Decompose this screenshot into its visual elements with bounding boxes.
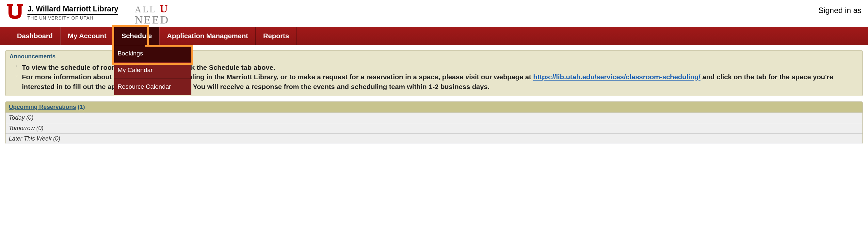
reservations-header: Upcoming Reservations (1) [5, 102, 863, 112]
tagline: ALL U NEED [134, 3, 169, 26]
nav-schedule-label: Schedule [122, 32, 152, 40]
nav-reports[interactable]: Reports [256, 27, 297, 45]
highlight-connector [145, 45, 193, 47]
library-logo-group[interactable]: J. Willard Marriott Library THE UNIVERSI… [6, 3, 118, 21]
reservation-row-later[interactable]: Later This Week (0) [5, 134, 863, 144]
nav-application-management[interactable]: Application Management [159, 27, 256, 45]
reservation-row-today[interactable]: Today (0) [5, 112, 863, 123]
nav-dashboard[interactable]: Dashboard [10, 27, 60, 45]
library-name: J. Willard Marriott Library [27, 5, 118, 15]
announcement-text-a: For more information about room and spac… [22, 73, 533, 80]
dropdown-resource-calendar[interactable]: Resource Calendar [114, 79, 191, 95]
signed-in-label[interactable]: Signed in as [818, 3, 862, 15]
reservations-panel: Upcoming Reservations (1) Today (0) Tomo… [5, 102, 863, 144]
dropdown-my-calendar[interactable]: My Calendar [114, 62, 191, 79]
header-left: J. Willard Marriott Library THE UNIVERSI… [6, 3, 169, 26]
main-navbar: Dashboard My Account Schedule Bookings M… [0, 27, 868, 45]
reservation-row-tomorrow[interactable]: Tomorrow (0) [5, 123, 863, 134]
reservations-title[interactable]: Upcoming Reservations [9, 104, 76, 110]
logo-text: J. Willard Marriott Library THE UNIVERSI… [27, 3, 118, 21]
dropdown-bookings[interactable]: Bookings [114, 45, 191, 62]
tagline-all: ALL [134, 4, 156, 14]
page-header: J. Willard Marriott Library THE UNIVERSI… [0, 0, 868, 27]
tagline-need: NEED [134, 14, 169, 26]
announcement-link[interactable]: https://lib.utah.edu/services/classroom-… [533, 73, 701, 80]
utah-u-logo-icon [6, 3, 24, 20]
reservations-count: (1) [78, 104, 85, 110]
nav-my-account[interactable]: My Account [60, 27, 114, 45]
university-name: THE UNIVERSITY OF UTAH [27, 15, 118, 21]
nav-schedule[interactable]: Schedule Bookings My Calendar Resource C… [114, 27, 159, 45]
schedule-dropdown: Bookings My Calendar Resource Calendar [114, 45, 191, 95]
tagline-u: U [160, 3, 169, 15]
